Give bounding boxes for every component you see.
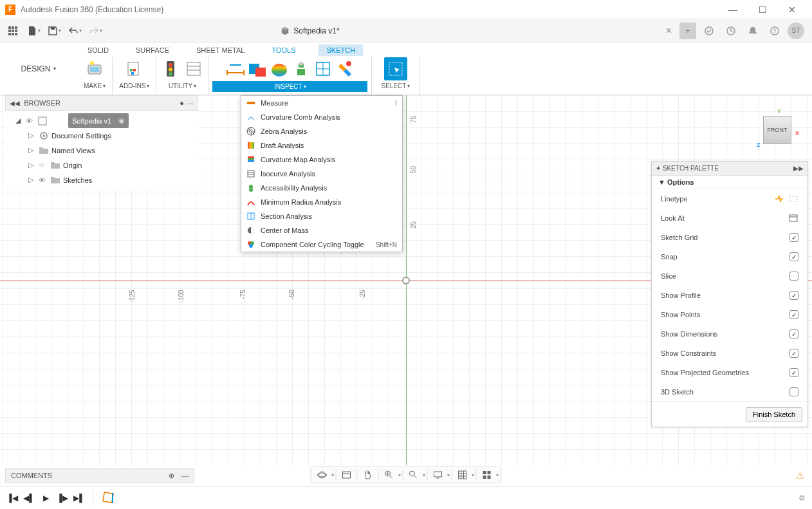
redo-icon[interactable]: ▾ [86,22,104,40]
comments-panel[interactable]: COMMENTS ⊕ — [5,468,194,483]
viewport-icon[interactable] [479,468,495,482]
timeline-end-icon[interactable]: ▶▌ [73,492,85,504]
minimize-button[interactable]: — [718,0,748,19]
save-icon[interactable]: ▾ [45,22,63,40]
interference-icon[interactable] [247,59,268,79]
curvature-icon[interactable] [269,59,290,79]
undo-icon[interactable]: ▾ [66,22,84,40]
job-status-icon[interactable] [722,22,740,40]
comments-add-icon[interactable]: ⊕ [169,472,174,480]
expand-icon[interactable]: ▷ [28,176,36,184]
checkbox[interactable] [789,310,798,319]
color-cycling-icon[interactable] [335,59,355,79]
visibility-icon[interactable]: 👁 [26,117,35,125]
file-new-icon[interactable]: ▾ [24,22,42,40]
checkbox[interactable] [789,291,798,300]
palette-row-grid[interactable]: Sketch Grid [652,228,807,247]
menu-isocurve[interactable]: Isocurve Analysis [241,167,402,181]
group-label-select[interactable]: SELECT▾ [378,81,412,91]
checkbox[interactable] [789,233,798,242]
menu-draft[interactable]: Draft Analysis [241,138,402,153]
pan-icon[interactable] [360,468,376,482]
look-icon[interactable] [338,468,355,482]
orbit-icon[interactable] [314,468,331,482]
addins-icon[interactable] [124,59,145,79]
print-3d-icon[interactable] [84,59,105,79]
browser-item[interactable]: Sketches [63,176,92,184]
palette-row-lookat[interactable]: Look At [652,208,807,228]
tab-tools[interactable]: TOOLS [268,44,299,56]
palette-row-3dsketch[interactable]: 3D Sketch [652,382,807,402]
palette-expand-icon[interactable]: ▶▶ [793,165,804,172]
visibility-icon[interactable]: 👁 [39,176,48,184]
new-tab-button[interactable]: + [679,23,696,39]
expand-icon[interactable]: ▷ [28,146,36,154]
accessibility-icon[interactable] [291,59,311,79]
browser-item[interactable]: Origin [63,162,82,169]
expand-icon[interactable]: ◢ [15,116,23,125]
browser-root[interactable]: Softpedia v1 ◉ [68,113,129,128]
menu-center-of-mass[interactable]: Center of Mass [241,223,402,237]
timeline-prev-icon[interactable]: ◀▌ [23,492,35,504]
palette-row-snap[interactable]: Snap [652,247,807,266]
group-label-inspect[interactable]: INSPECT▾ [212,81,367,92]
checkbox[interactable] [789,349,798,358]
timeline-start-icon[interactable]: ▐◀ [6,492,18,504]
measure-icon[interactable] [225,59,246,79]
checkbox[interactable] [789,272,798,281]
finish-sketch-button[interactable]: Finish Sketch [746,407,802,421]
palette-row-points[interactable]: Show Points [652,305,807,324]
notifications-icon[interactable] [744,22,762,40]
maximize-button[interactable]: ☐ [748,0,777,19]
group-label-make[interactable]: MAKE▾ [81,81,108,91]
user-avatar[interactable]: ST [788,23,804,39]
menu-min-radius[interactable]: Minimum Radius Analysis [241,195,402,209]
close-button[interactable]: ✕ [777,0,807,19]
menu-color-cycling[interactable]: Component Color Cycling ToggleShift+N [241,237,402,252]
palette-header[interactable]: ✦ SKETCH PALETTE ▶▶ [652,162,807,176]
linetype-solid-icon[interactable] [774,194,784,203]
compute-icon[interactable] [183,59,204,79]
traffic-light-icon[interactable] [160,59,181,79]
app-grid-icon[interactable] [4,22,22,40]
viewcube-face[interactable]: FRONT [763,116,791,144]
checkbox[interactable] [789,329,798,338]
menu-accessibility[interactable]: Accessibility Analysis [241,181,402,195]
lookat-icon[interactable] [788,214,798,223]
menu-section[interactable]: Section Analysis [241,209,402,223]
menu-measure[interactable]: MeasureI [241,96,402,110]
view-cube[interactable]: FRONT Y X Z [759,112,795,148]
grid-icon[interactable] [454,468,471,482]
palette-row-slice[interactable]: Slice [652,266,807,286]
timeline-sketch-icon[interactable] [101,490,116,506]
palette-row-dimensions[interactable]: Show Dimensions [652,324,807,344]
group-label-addins[interactable]: ADD-INS▾ [116,81,152,91]
comments-collapse-icon[interactable]: — [181,472,189,480]
tab-sheet-metal[interactable]: SHEET METAL [192,44,248,56]
palette-section-options[interactable]: ▼ Options [652,176,807,189]
browser-header[interactable]: ◀◀ BROWSER ●— [5,95,198,111]
help-icon[interactable]: ? [766,22,784,40]
checkbox[interactable] [789,252,798,261]
linetype-construction-icon[interactable] [788,194,798,203]
section-icon[interactable] [313,59,333,79]
visibility-off-icon[interactable]: 👁 [39,162,48,169]
browser-settings-icon[interactable]: ● [180,99,184,107]
menu-curvature-comb[interactable]: Curvature Comb Analysis [241,110,402,124]
zoom-icon[interactable] [381,468,398,482]
browser-collapse-icon[interactable]: — [187,99,194,107]
expand-icon[interactable]: ▷ [28,131,36,140]
tab-sketch[interactable]: SKETCH [318,44,363,56]
palette-row-constraints[interactable]: Show Constraints [652,344,807,363]
group-label-utility[interactable]: UTILITY▾ [166,81,199,91]
extensions-icon[interactable] [700,22,718,40]
browser-item[interactable]: Document Settings [51,132,111,140]
expand-icon[interactable]: ▷ [28,161,36,169]
display-icon[interactable] [430,468,447,482]
tab-surface[interactable]: SURFACE [132,44,173,56]
palette-row-profile[interactable]: Show Profile [652,286,807,305]
tab-close-icon[interactable]: × [666,25,672,37]
select-tool-icon[interactable] [384,57,407,80]
timeline-play-icon[interactable]: ▶ [40,492,51,504]
document-tab[interactable]: Softpedia v1* [273,24,347,38]
